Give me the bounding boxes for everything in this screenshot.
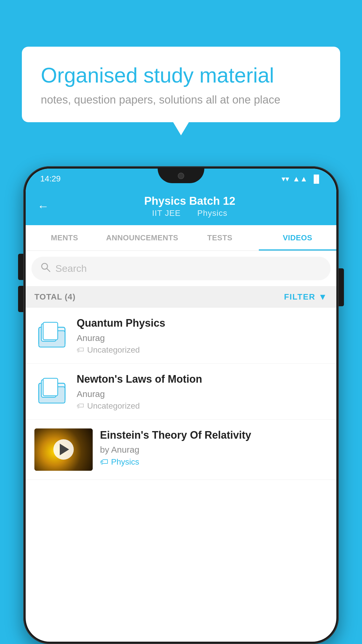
video-title-newton: Newton's Laws of Motion: [77, 372, 328, 386]
phone-notch: [158, 169, 204, 183]
tab-ments[interactable]: MENTS: [26, 225, 103, 251]
video-title-einstein: Einstein's Theory Of Relativity: [100, 428, 328, 442]
tag-icon-newton: 🏷: [77, 401, 84, 410]
phone-container: 14:29 ▾▾ ▲▲ ▐▌ ← Physics Batch 12 IIT JE…: [23, 166, 339, 644]
speech-bubble: Organised study material notes, question…: [22, 47, 340, 122]
phone-screen: 14:29 ▾▾ ▲▲ ▐▌ ← Physics Batch 12 IIT JE…: [26, 169, 336, 642]
video-list: Quantum Physics Anurag 🏷 Uncategorized: [26, 308, 336, 480]
list-item[interactable]: Einstein's Theory Of Relativity by Anura…: [26, 420, 336, 480]
app-bar-title: Physics Batch 12: [55, 195, 325, 207]
video-tag-einstein: 🏷 Physics: [100, 457, 328, 467]
subtitle-iit: IIT JEE: [152, 209, 181, 218]
filter-funnel-icon: ▼: [318, 292, 328, 302]
video-info-einstein: Einstein's Theory Of Relativity by Anura…: [100, 428, 328, 467]
search-bar[interactable]: Search: [31, 257, 331, 280]
speech-bubble-container: Organised study material notes, question…: [22, 47, 340, 122]
list-item[interactable]: Newton's Laws of Motion Anurag 🏷 Uncateg…: [26, 364, 336, 420]
battery-icon: ▐▌: [311, 174, 322, 183]
filter-bar: TOTAL (4) FILTER ▼: [26, 286, 336, 308]
app-bar-title-container: Physics Batch 12 IIT JEE Physics: [55, 195, 325, 218]
svg-rect-7: [43, 378, 58, 396]
tabs-container: MENTS ANNOUNCEMENTS TESTS VIDEOS: [26, 225, 336, 251]
bubble-subtitle: notes, question papers, solutions all at…: [41, 94, 321, 106]
search-placeholder: Search: [55, 263, 87, 274]
video-author-einstein: by Anurag: [100, 445, 328, 455]
search-icon: [40, 262, 51, 275]
filter-label: FILTER: [284, 292, 315, 302]
status-time: 14:29: [40, 174, 61, 183]
signal-icon: ▲▲: [293, 174, 307, 183]
subtitle-physics: Physics: [197, 209, 227, 218]
back-button[interactable]: ←: [37, 200, 49, 213]
video-thumb-quantum: [34, 316, 69, 351]
tab-tests[interactable]: TESTS: [181, 225, 259, 251]
tab-announcements[interactable]: ANNOUNCEMENTS: [103, 225, 181, 251]
video-thumbnail-einstein: [34, 428, 93, 471]
tab-videos[interactable]: VIDEOS: [259, 225, 337, 251]
video-thumb-newton: [34, 372, 69, 407]
video-author-quantum: Anurag: [77, 333, 328, 343]
video-tag-newton: 🏷 Uncategorized: [77, 401, 328, 411]
app-bar: ← Physics Batch 12 IIT JEE Physics: [26, 189, 336, 225]
svg-rect-4: [43, 322, 58, 340]
camera-dot: [178, 173, 184, 179]
app-bar-top: ← Physics Batch 12 IIT JEE Physics: [37, 195, 325, 218]
play-button-einstein[interactable]: [53, 439, 74, 460]
svg-line-1: [47, 269, 50, 272]
wifi-icon: ▾▾: [282, 174, 289, 183]
video-tag-quantum: 🏷 Uncategorized: [77, 345, 328, 355]
play-triangle-icon: [60, 444, 69, 455]
video-author-newton: Anurag: [77, 389, 328, 399]
video-info-quantum: Quantum Physics Anurag 🏷 Uncategorized: [77, 316, 328, 355]
filter-button[interactable]: FILTER ▼: [284, 292, 328, 302]
tag-icon-quantum: 🏷: [77, 345, 84, 354]
video-title-quantum: Quantum Physics: [77, 316, 328, 330]
tag-icon-einstein: 🏷: [100, 457, 108, 467]
app-bar-subtitle: IIT JEE Physics: [55, 209, 325, 218]
video-info-newton: Newton's Laws of Motion Anurag 🏷 Uncateg…: [77, 372, 328, 411]
list-item[interactable]: Quantum Physics Anurag 🏷 Uncategorized: [26, 308, 336, 364]
status-icons: ▾▾ ▲▲ ▐▌: [282, 174, 322, 183]
total-count: TOTAL (4): [34, 292, 75, 302]
phone-outer: 14:29 ▾▾ ▲▲ ▐▌ ← Physics Batch 12 IIT JE…: [23, 166, 339, 644]
bubble-title: Organised study material: [41, 63, 321, 88]
